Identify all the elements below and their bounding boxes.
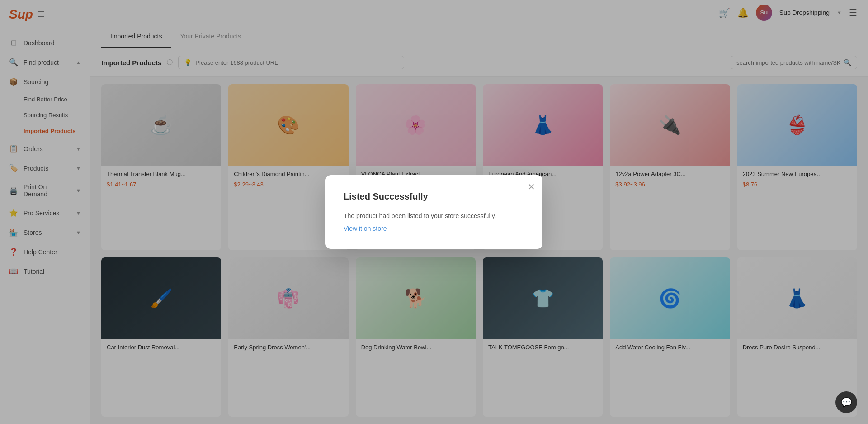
chat-widget[interactable]: 💬 — [835, 391, 857, 413]
modal-body: The product had been listed to your stor… — [344, 211, 524, 221]
modal-close-button[interactable]: ✕ — [528, 182, 535, 191]
view-on-store-link[interactable]: View it on store — [344, 225, 387, 232]
success-modal: ✕ Listed Successfully The product had be… — [326, 175, 542, 249]
chat-icon: 💬 — [841, 397, 852, 408]
modal-title: Listed Successfully — [344, 191, 524, 202]
modal-overlay: ✕ Listed Successfully The product had be… — [0, 0, 868, 424]
